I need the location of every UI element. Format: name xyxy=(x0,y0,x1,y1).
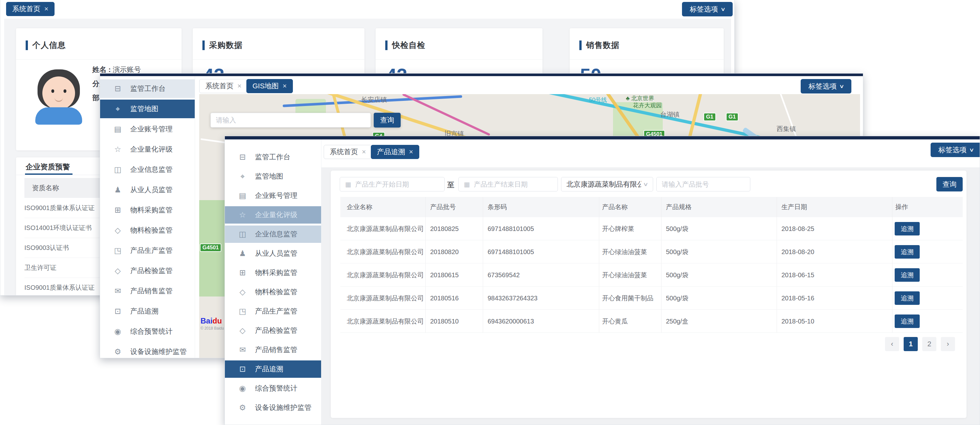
sidebar-item-map[interactable]: ⌖监管地图 xyxy=(100,99,195,118)
pagination-next[interactable]: › xyxy=(941,337,955,351)
sidebar-item-label: 物料检验监管 xyxy=(130,225,173,235)
cell-spec: 500g/袋 xyxy=(666,217,689,240)
cell-company: 北京康源蔬菜制品有限公司 xyxy=(347,240,424,264)
sidebar-item-staff[interactable]: ♟从业人员监管 xyxy=(225,245,321,262)
tag-options-button[interactable]: 标签选项 ∨ xyxy=(801,79,851,93)
search-button[interactable]: 查询 xyxy=(936,177,963,192)
tab-label: 系统首页 xyxy=(12,4,40,14)
sidebar-item-label: 设备设施维护监管 xyxy=(130,347,187,356)
sidebar-item-sales[interactable]: ✉产品销售监管 xyxy=(225,341,321,358)
end-date-input[interactable]: ▦ 产品生产结束日期 xyxy=(458,177,558,192)
tab-label: GIS地图 xyxy=(253,81,279,91)
sidebar-item-equipment[interactable]: ⚙设备设施维护监管 xyxy=(225,399,321,416)
cell-batch: 20180615 xyxy=(430,264,459,286)
tab-product-trace[interactable]: 产品追溯 × xyxy=(371,145,419,159)
tab-gis-map[interactable]: GIS地图 × xyxy=(247,79,293,93)
close-icon[interactable]: × xyxy=(409,148,413,156)
sidebar-item-material-check[interactable]: ◇物料检验监管 xyxy=(100,221,195,240)
table-row: 北京康源蔬菜制品有限公司 20180615 673569542 开心绿油油菠菜 … xyxy=(340,264,963,286)
sidebar-item-product-check[interactable]: ◇产品检验监管 xyxy=(225,322,321,339)
column-header: 操作 xyxy=(895,197,908,217)
tag-options-button[interactable]: 标签选项 ∨ xyxy=(931,143,980,157)
stat-title: 快检自检 xyxy=(392,40,425,50)
road-badge-g1: G1 xyxy=(726,113,738,121)
tab-system-home[interactable]: 系统首页 × xyxy=(324,145,372,159)
trace-action-button[interactable]: 追溯 xyxy=(895,315,920,328)
sidebar-item-account[interactable]: ▤企业账号管理 xyxy=(225,187,321,204)
trace-action-button[interactable]: 追溯 xyxy=(895,245,920,259)
end-date-placeholder: 产品生产结束日期 xyxy=(474,180,528,189)
column-header: 产品批号 xyxy=(430,197,456,217)
sidebar-item-rating[interactable]: ☆企业量化评级 xyxy=(225,206,321,224)
table-row: 北京康源蔬菜制品有限公司 20180820 6971488101005 开心绿油… xyxy=(340,240,963,264)
sidebar-item-trace[interactable]: ⊡产品追溯 xyxy=(100,302,195,321)
sidebar-item-production[interactable]: ◳产品生产监管 xyxy=(225,303,321,320)
avatar-eye xyxy=(51,89,54,93)
road-badge-g4501: G4501 xyxy=(200,243,221,252)
trace-action-button[interactable]: 追溯 xyxy=(895,268,920,282)
map-search-input[interactable]: 请输入 xyxy=(210,113,371,128)
sidebar-item-sales[interactable]: ✉产品销售监管 xyxy=(100,282,195,300)
cell-product: 开心绿油油菠菜 xyxy=(602,240,647,264)
sidebar-item-trace[interactable]: ⊡产品追溯 xyxy=(225,360,321,378)
road-badge-g1: G1 xyxy=(703,113,716,121)
company-select[interactable]: 北京康源蔬菜制品有限公司 ∨ xyxy=(561,177,653,192)
cell-batch: 20180510 xyxy=(430,310,459,333)
cell-barcode: 673569542 xyxy=(488,264,520,286)
close-icon[interactable]: × xyxy=(237,82,242,90)
trace-action-button[interactable]: 追溯 xyxy=(895,291,920,305)
alert-icon: ◉ xyxy=(112,327,123,336)
qr-trace-icon: ⊡ xyxy=(237,364,248,374)
sidebar-item-warning-stats[interactable]: ◉综合预警统计 xyxy=(225,380,321,397)
sidebar-item-company-info[interactable]: ◫企业信息监管 xyxy=(225,225,321,243)
tab-label: 系统首页 xyxy=(330,147,358,157)
sidebar-item-material-purchase[interactable]: ⊞物料采购监管 xyxy=(225,264,321,281)
layers-icon: ▤ xyxy=(237,191,248,200)
sidebar-item-company-info[interactable]: ◫企业信息监管 xyxy=(100,160,195,179)
sidebar-item-equipment[interactable]: ⚙设备设施维护监管 xyxy=(100,342,195,358)
cell-product: 开心食用菌干制品 xyxy=(602,286,654,310)
batch-number-input[interactable]: 请输入产品批号 xyxy=(656,177,750,192)
divider xyxy=(375,59,542,60)
gis-sidebar: ⊟监管工作台 ⌖监管地图 ▤企业账号管理 ☆企业量化评级 ◫企业信息监管 ♟从业… xyxy=(100,76,195,358)
gear-icon: ⚙ xyxy=(237,403,248,412)
map-search-button[interactable]: 查询 xyxy=(374,113,401,128)
sidebar-item-label: 从业人员监管 xyxy=(130,185,173,195)
tab-system-home[interactable]: 系统首页 × xyxy=(6,2,54,16)
sidebar-item-product-check[interactable]: ◇产品检验监管 xyxy=(100,262,195,280)
sidebar-item-workbench[interactable]: ⊟监管工作台 xyxy=(100,79,195,98)
close-icon[interactable]: × xyxy=(362,148,366,156)
cell-barcode: 6971488101005 xyxy=(488,240,534,264)
sidebar-item-staff[interactable]: ♟从业人员监管 xyxy=(100,181,195,199)
cell-batch: 20180820 xyxy=(430,240,459,264)
sidebar-item-rating[interactable]: ☆企业量化评级 xyxy=(100,140,195,159)
sidebar-item-material-check[interactable]: ◇物料检验监管 xyxy=(225,283,321,301)
sidebar-item-account[interactable]: ▤企业账号管理 xyxy=(100,120,195,139)
map-pin-icon: ⌖ xyxy=(112,104,123,113)
tab-system-home[interactable]: 系统首页 × xyxy=(199,79,248,93)
shield-icon: ◇ xyxy=(112,226,123,235)
start-date-placeholder: 产品生产开始日期 xyxy=(355,180,409,189)
cell-batch: 20180516 xyxy=(430,286,459,310)
sidebar-item-production[interactable]: ◳产品生产监管 xyxy=(100,241,195,260)
person-icon: ♟ xyxy=(237,249,248,258)
sidebar-item-label: 物料检验监管 xyxy=(255,287,298,297)
sidebar-item-warning-stats[interactable]: ◉综合预警统计 xyxy=(100,322,195,341)
shield-icon: ◇ xyxy=(237,288,248,297)
pagination-page-2[interactable]: 2 xyxy=(922,337,936,351)
close-icon[interactable]: × xyxy=(283,82,287,90)
trace-action-button[interactable]: 追溯 xyxy=(895,222,920,235)
pagination-page-1[interactable]: 1 xyxy=(904,337,918,351)
sidebar-item-label: 企业账号管理 xyxy=(130,124,173,134)
title-accent-bar xyxy=(25,40,28,50)
sidebar-item-material-purchase[interactable]: ⊞物料采购监管 xyxy=(100,201,195,219)
tag-options-button[interactable]: 标签选项 ∨ xyxy=(682,2,733,16)
sidebar-item-workbench[interactable]: ⊟监管工作台 xyxy=(225,149,321,166)
cell-spec: 250g/盒 xyxy=(666,310,689,333)
sidebar-item-map[interactable]: ⌖监管地图 xyxy=(225,168,321,185)
cart-icon: ⊞ xyxy=(237,268,248,277)
pagination-prev[interactable]: ‹ xyxy=(885,337,899,351)
cell-company: 北京康源蔬菜制品有限公司 xyxy=(347,264,424,286)
close-icon[interactable]: × xyxy=(44,5,48,13)
start-date-input[interactable]: ▦ 产品生产开始日期 xyxy=(340,177,445,192)
